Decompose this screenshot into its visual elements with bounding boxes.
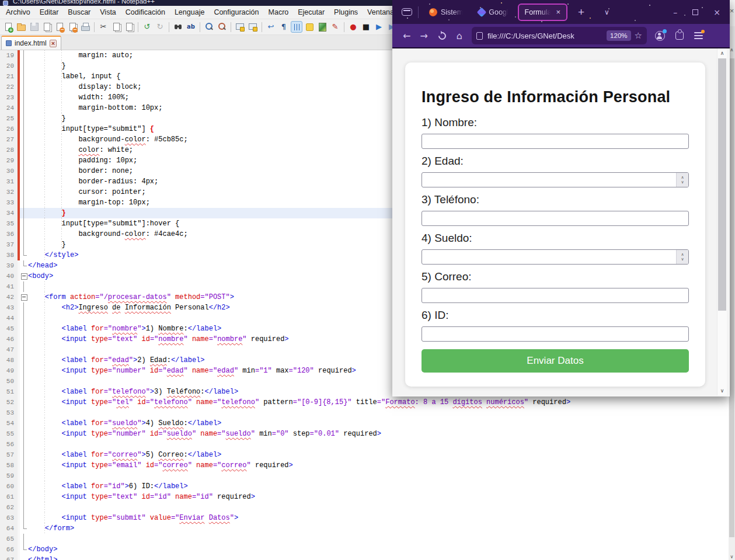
new-file-icon[interactable] — [2, 21, 14, 33]
spinner-down-icon[interactable]: ∨ — [681, 180, 684, 185]
close-button[interactable]: × — [713, 8, 720, 17]
menu-plugins[interactable]: Plugins — [329, 6, 363, 18]
npp-tab-indexhtml[interactable]: index.html × — [1, 36, 61, 50]
page-scrollbar-thumb[interactable] — [718, 58, 726, 311]
account-icon[interactable] — [655, 31, 665, 41]
toolbar-separator — [200, 22, 200, 32]
forward-button[interactable]: → — [415, 28, 432, 44]
new-tab-button[interactable]: + — [573, 5, 589, 20]
tab-formula[interactable]: Formula× — [518, 4, 567, 21]
word-wrap-icon[interactable]: ↩ — [265, 21, 277, 33]
paste-icon[interactable] — [123, 21, 135, 33]
copy-icon[interactable] — [110, 21, 122, 33]
print-icon[interactable] — [79, 21, 91, 33]
menu-ejecutar[interactable]: Ejecutar — [293, 6, 329, 18]
fold-margin — [20, 418, 28, 429]
tab-google[interactable]: Googl — [472, 4, 514, 21]
id-input[interactable] — [422, 326, 689, 342]
fold-margin — [20, 313, 28, 324]
menu-archivo[interactable]: Archivo — [1, 6, 35, 18]
function-list-icon[interactable] — [304, 21, 315, 33]
url-bar[interactable]: file:///C:/Users/GNet/Desk 120% ☆ — [472, 27, 647, 44]
firefox-view-icon[interactable] — [402, 8, 412, 16]
fold-margin — [20, 260, 28, 271]
id-field-wrap — [422, 326, 689, 342]
edad-label: 2) Edad: — [422, 155, 689, 168]
submit-button[interactable]: Enviar Datos — [422, 349, 689, 373]
zoom-level-badge[interactable]: 120% — [607, 30, 631, 41]
play-macro-icon[interactable]: ▶ — [373, 21, 385, 33]
indent-guide-icon[interactable] — [291, 21, 302, 33]
find-icon[interactable] — [172, 21, 184, 33]
nombre-input[interactable] — [422, 134, 689, 149]
zoom-out-icon[interactable] — [216, 21, 228, 33]
menu-hamburger-icon[interactable] — [694, 32, 703, 39]
sync-horizontal-icon[interactable] — [247, 21, 259, 33]
page-scrollbar[interactable]: ∧ ∨ — [717, 48, 727, 395]
line-number: 62 — [0, 502, 18, 513]
spinner-up-icon[interactable]: ∧ — [681, 252, 684, 257]
close-all-icon[interactable] — [67, 21, 78, 33]
code-line: 52 <input type="tel" id="telefono" name=… — [0, 397, 729, 408]
show-all-chars-icon[interactable]: ¶ — [278, 21, 290, 33]
url-text[interactable]: file:///C:/Users/GNet/Desk — [487, 32, 603, 40]
correo-input[interactable] — [422, 288, 689, 303]
menu-buscar[interactable]: Buscar — [63, 6, 95, 18]
save-icon[interactable] — [28, 21, 40, 33]
code-text: </form> — [28, 523, 729, 534]
document-map-icon[interactable] — [316, 21, 328, 33]
sueldo-input[interactable] — [422, 249, 689, 265]
line-number: 54 — [0, 418, 18, 429]
edad-input[interactable] — [422, 172, 689, 187]
tab-close-icon[interactable]: × — [556, 8, 560, 16]
fold-margin — [20, 376, 28, 387]
menu-codificacion[interactable]: Codificación — [121, 6, 170, 18]
maximize-button[interactable] — [692, 9, 698, 15]
scroll-up-icon[interactable]: ∧ — [717, 48, 727, 58]
npp-tab-close-icon[interactable]: × — [50, 40, 57, 47]
code-line: 55 <input type="number" id="sueldo" name… — [0, 429, 729, 439]
id-label: 6) ID: — [422, 309, 689, 322]
fold-margin — [20, 187, 28, 197]
minimize-button[interactable]: – — [673, 8, 677, 17]
menu-editar[interactable]: Editar — [35, 6, 64, 18]
close-file-icon[interactable] — [54, 21, 65, 33]
back-button[interactable]: ← — [398, 28, 415, 44]
spinner-up-icon[interactable]: ∧ — [681, 175, 684, 180]
cut-icon[interactable]: ✂ — [97, 21, 109, 33]
home-button[interactable]: ⌂ — [452, 28, 467, 44]
list-tabs-chevron-icon[interactable]: ∨ — [600, 7, 614, 18]
stop-macro-icon[interactable]: ■ — [360, 21, 372, 33]
tab-sistem[interactable]: Sistem — [423, 4, 469, 21]
line-number: 49 — [0, 366, 18, 376]
fold-collapse-icon[interactable] — [20, 292, 28, 302]
zoom-in-icon[interactable] — [203, 21, 215, 33]
scroll-down-icon[interactable]: ∨ — [717, 386, 727, 395]
code-text: <input type="text" id="id" name="id" req… — [28, 492, 729, 502]
spinner-down-icon[interactable]: ∨ — [681, 257, 684, 262]
replace-icon[interactable]: ab — [185, 21, 197, 33]
sync-vertical-icon[interactable] — [234, 21, 246, 33]
redo-icon[interactable]: ↻ — [154, 21, 166, 33]
reload-button[interactable] — [437, 30, 447, 41]
edit-marker-icon[interactable]: ✎ — [329, 21, 341, 33]
menu-configuracion[interactable]: Configuración — [209, 6, 263, 18]
save-all-icon[interactable] — [41, 21, 53, 33]
telefono-input[interactable] — [422, 211, 689, 226]
npp-scrollbar-thumb[interactable] — [729, 58, 734, 537]
firefox-tabbar: SistemGooglFormula× + ∨ – × — [392, 0, 730, 24]
bookmark-star-icon[interactable]: ☆ — [635, 30, 642, 41]
line-number: 22 — [0, 82, 18, 92]
menu-vista[interactable]: Vista — [95, 6, 121, 18]
undo-icon[interactable]: ↺ — [141, 21, 153, 33]
menu-lenguaje[interactable]: Lenguaje — [170, 6, 209, 18]
sueldo-spinner[interactable]: ∧∨ — [676, 250, 688, 264]
edad-spinner[interactable]: ∧∨ — [676, 173, 688, 187]
open-file-icon[interactable] — [15, 21, 27, 33]
extensions-icon[interactable] — [675, 32, 684, 40]
menu-notification-dot — [701, 30, 705, 33]
record-macro-icon[interactable]: ● — [347, 21, 359, 33]
scroll-down-icon[interactable]: ∨ — [729, 554, 735, 559]
menu-macro[interactable]: Macro — [264, 6, 294, 18]
fold-collapse-icon[interactable] — [20, 271, 28, 281]
